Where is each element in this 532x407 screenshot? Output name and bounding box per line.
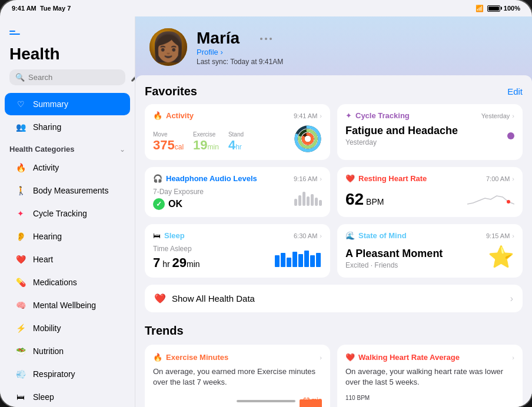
three-dots	[260, 38, 272, 40]
sidebar-item-medications[interactable]: 💊 Medications	[5, 271, 130, 293]
svg-rect-9	[287, 258, 291, 267]
heart-bpm: 62 BPM	[345, 190, 384, 209]
cycle-card-title: Cycle Tracking	[355, 111, 410, 120]
svg-rect-8	[281, 253, 285, 267]
activity-card-icon: 🔥	[153, 111, 162, 120]
walking-hr-icon: ❤️	[345, 353, 355, 362]
sleep-chart	[275, 249, 322, 271]
mind-card-title: State of Mind	[358, 231, 407, 240]
sidebar-label-respiratory: Respiratory	[33, 369, 75, 379]
sidebar-toggle[interactable]	[9, 26, 26, 39]
sidebar-item-activity[interactable]: 🔥 Activity	[5, 156, 130, 179]
sidebar-item-mental[interactable]: 🧠 Mental Wellbeing	[5, 294, 130, 316]
sleep-card-chevron: ›	[320, 232, 322, 239]
mobility-icon: ⚡	[14, 322, 27, 335]
sharing-icon: 👥	[14, 121, 27, 134]
ok-text: OK	[168, 199, 182, 209]
edit-button[interactable]: Edit	[507, 86, 523, 96]
mind-card-icon: 🌊	[345, 231, 355, 240]
heart-rate-card[interactable]: ❤️ Resting Heart Rate 7:00 AM › 62 BPM	[337, 167, 523, 217]
trends-grid: 🔥 Exercise Minutes › On average, you ear…	[145, 345, 523, 407]
cycle-card-time: Yesterday	[481, 112, 510, 119]
headphone-bars	[294, 192, 322, 206]
status-bar: 9:41 AM Tue May 7 📶 100%	[0, 0, 532, 16]
walking-hr-trend-card[interactable]: ❤️ Walking Heart Rate Average › On avera…	[337, 345, 523, 407]
profile-header: María Profile › Last sync: Today at 9:41…	[135, 16, 532, 75]
activity-card-time: 9:41 AM	[294, 112, 317, 119]
sidebar-label-medications: Medications	[33, 278, 77, 287]
sleep-card-time: 6:30 AM	[294, 232, 317, 239]
svg-rect-12	[304, 251, 309, 267]
heart-rate-card-chevron: ›	[512, 175, 514, 182]
heart-rate-card-title: Resting Heart Rate	[358, 174, 427, 183]
cycle-card[interactable]: ✦ Cycle Tracking Yesterday › Fatigue and…	[337, 104, 523, 160]
sidebar-item-cycle[interactable]: ✦ Cycle Tracking	[5, 202, 130, 225]
exercise-trend-value: 63 min	[303, 397, 322, 403]
sidebar-label-sharing: Sharing	[33, 122, 61, 132]
body-icon: 🚶	[14, 184, 27, 197]
sidebar-item-body[interactable]: 🚶 Body Measurements	[5, 179, 130, 202]
cycle-date: Yesterday	[345, 138, 458, 146]
nutrition-icon: 🥗	[14, 345, 27, 358]
favorites-grid: 🔥 Activity 9:41 AM › Move	[145, 104, 523, 278]
stand-label: Stand	[228, 131, 244, 138]
headphone-card-title: Headphone Audio Levels	[166, 174, 257, 183]
move-label: Move	[153, 131, 184, 138]
show-all-row[interactable]: ❤️ Show All Health Data ›	[145, 285, 523, 312]
mental-icon: 🧠	[14, 299, 27, 312]
search-bar[interactable]: 🔍 🎤	[9, 69, 125, 85]
sidebar-label-sleep: Sleep	[33, 392, 54, 402]
sidebar-label-nutrition: Nutrition	[33, 346, 64, 356]
activity-card[interactable]: 🔥 Activity 9:41 AM › Move	[145, 104, 330, 160]
cycle-dot	[507, 132, 514, 139]
cycle-icon: ✦	[14, 207, 27, 220]
activity-icon: 🔥	[14, 161, 27, 174]
sleep-card-title: Sleep	[164, 231, 185, 240]
sidebar-item-sharing[interactable]: 👥 Sharing	[5, 116, 130, 138]
svg-rect-10	[292, 252, 297, 267]
activity-card-title: Activity	[166, 111, 194, 120]
headphone-card[interactable]: 🎧 Headphone Audio Levels 9:16 AM › 7-Day…	[145, 167, 330, 217]
sleep-time: 7 hr 29min	[153, 255, 200, 271]
sidebar-item-respiratory[interactable]: 💨 Respiratory	[5, 363, 130, 385]
profile-link[interactable]: Profile ›	[197, 48, 283, 56]
sidebar-label-heart: Heart	[33, 255, 53, 264]
profile-sync: Last sync: Today at 9:41AM	[197, 58, 283, 66]
sidebar-item-heart[interactable]: ❤️ Heart	[5, 248, 130, 271]
battery-label: 100%	[504, 5, 520, 12]
mind-card-chevron: ›	[512, 232, 514, 239]
sidebar-item-mobility[interactable]: ⚡ Mobility	[5, 317, 130, 339]
exercise-trend-card[interactable]: 🔥 Exercise Minutes › On average, you ear…	[145, 345, 330, 407]
sidebar-item-hearing[interactable]: 👂 Hearing	[5, 225, 130, 248]
sleep-icon: 🛏	[14, 391, 27, 403]
exercise-trend-chevron: ›	[320, 354, 322, 361]
sleep-card[interactable]: 🛏 Sleep 6:30 AM › Time Asleep	[145, 224, 330, 278]
sidebar-item-summary[interactable]: ♡ Summary	[5, 93, 130, 115]
search-input[interactable]	[28, 73, 127, 82]
exercise-label: Exercise	[193, 131, 219, 138]
status-right: 📶 100%	[476, 5, 520, 12]
svg-rect-11	[298, 254, 303, 267]
svg-rect-13	[310, 255, 315, 267]
wifi-icon: 📶	[476, 5, 484, 12]
sidebar-label-hearing: Hearing	[33, 232, 62, 241]
svg-rect-7	[275, 255, 280, 267]
show-all-heart-icon: ❤️	[154, 293, 166, 304]
exercise-value: 19min	[193, 138, 219, 153]
mind-card[interactable]: 🌊 State of Mind 9:15 AM › A Pleasant Mom…	[337, 224, 523, 278]
respiratory-icon: 💨	[14, 368, 27, 381]
activity-ring	[294, 125, 322, 153]
sleep-card-icon: 🛏	[153, 231, 161, 240]
show-all-text: Show All Health Data	[172, 293, 255, 303]
sidebar-label-summary: Summary	[33, 99, 68, 109]
headphone-card-chevron: ›	[320, 175, 322, 182]
sidebar-item-nutrition[interactable]: 🥗 Nutrition	[5, 340, 130, 362]
sidebar-label-cycle: Cycle Tracking	[33, 209, 87, 218]
show-all-chevron: ›	[510, 293, 513, 304]
move-value: 375cal	[153, 138, 184, 153]
exercise-trend-desc: On average, you earned more Exercise min…	[153, 366, 322, 388]
favorites-heading: Favorites	[145, 85, 197, 98]
categories-heading: Health Categories	[9, 145, 75, 154]
status-time: 9:41 AM Tue May 7	[12, 5, 71, 12]
sidebar-item-sleep[interactable]: 🛏 Sleep	[5, 386, 130, 407]
